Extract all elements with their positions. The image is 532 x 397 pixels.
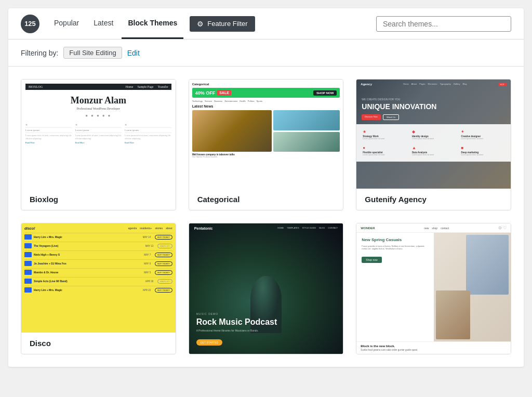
disco-date-0: MAY 14 (143, 236, 151, 239)
bioxlog-cols: ✕ Lorem ipsum Lorem ipsum dolor sit amet… (25, 123, 171, 144)
disco-artist-2: Niels High + Benny S (34, 253, 142, 256)
wonder-block-title: Block is the new block. (361, 345, 507, 348)
bioxlog-col-3: ✕ Lorem ipsum Lorem ipsum dolor sit amet… (125, 123, 171, 144)
wonder-logo: WONDER (361, 227, 375, 230)
disco-rows: Harry Lim + Mrs. Magic MAY 14 BUY TICKET… (24, 233, 172, 294)
cat-main-image (192, 110, 272, 152)
disco-artist-0: Harry Lim + Mrs. Magic (34, 235, 141, 239)
disco-icon-6 (24, 287, 32, 293)
disco-artist-5: Simple Acts (Live W/ Band) (34, 280, 143, 283)
search-input[interactable] (376, 16, 511, 32)
cat-image-top (273, 110, 340, 130)
cat-side-images (273, 110, 340, 152)
cat-banner: 40% OFF SALE SHOP NOW (192, 88, 340, 98)
disco-row-3: Jo Joachim + DJ Mina Fox MAY 6 BUY TICKE… (24, 259, 172, 267)
disco-date-5: APR 30 (145, 280, 154, 283)
agency-watch-btn: Watch Us (383, 114, 399, 120)
penta-logo: Pentatonic (194, 227, 213, 230)
bioxlog-subtitle: Professional WordPress Developer (25, 107, 171, 110)
cat-subcaption: Your favorite TV show returned (192, 156, 340, 158)
tab-latest[interactable]: Latest (87, 8, 119, 39)
gear-icon: ⚙ (197, 20, 204, 28)
bioxlog-col-2: ✕ Lorem ipsum Lorem ipsum dolor sit amet… (75, 123, 122, 144)
filter-edit-link[interactable]: Edit (127, 49, 140, 57)
agency-card-3: ✦ Creative designer Lorem ipsum dolor si… (459, 127, 507, 142)
feature-filter-label: Feature Filter (207, 20, 247, 28)
wonder-headline: New Spring Casuals (362, 238, 428, 243)
disco-icon-3 (24, 261, 32, 266)
theme-count-badge: 125 (21, 15, 39, 33)
disco-row-5: Simple Acts (Live W/ Band) APR 30 WAITLI… (24, 277, 172, 285)
penta-nav: Pentatonic HOMETEMPLATESSTYLE GUIDEBLOGC… (189, 223, 343, 233)
disco-date-6: APR 22 (143, 289, 151, 292)
disco-artist-6: Harry Lim + Mrs. Magic (34, 288, 141, 292)
disco-row-0: Harry Lim + Mrs. Magic MAY 14 BUY TICKET (24, 233, 172, 241)
theme-card-agency[interactable]: Agency HomeAboutPagesElementorTypography… (356, 79, 511, 210)
bioxlog-dots: ● ● ● ● ● (25, 113, 171, 118)
wonder-cta: Shop now (362, 257, 381, 263)
agency-card-4: ● Flexible specialist Lorem ipsum dolor … (361, 143, 408, 158)
theme-name-bioxlog: Bioxlog (21, 189, 176, 210)
wonder-desc: Fusce gravida ut risus ut luctus. Nullam… (362, 245, 428, 250)
wonder-nav: newshopcontact (424, 227, 449, 230)
disco-icon-5 (24, 279, 32, 284)
disco-btn-0: BUY TICKET (155, 235, 172, 240)
theme-card-categorical[interactable]: Categorical 40% OFF SALE SHOP NOW Techno… (189, 79, 344, 210)
filter-bar: Filtering by: Full Site Editing Edit (8, 39, 524, 67)
disco-date-1: MAY 13 (145, 245, 154, 247)
penta-genre: MUSIC DEMO (196, 312, 336, 315)
disco-date-4: MAY 5 (144, 271, 151, 274)
wonder-image-1 (466, 235, 509, 295)
theme-preview-bioxlog: BIOXLOG HomeSample PageTransfer Monzur A… (21, 80, 176, 189)
penta-cta: GET STARTED (196, 339, 222, 346)
theme-preview-disco: disco! agendaresidents+storiesabout Harr… (21, 223, 176, 333)
wonder-top-bar: WONDER newshopcontact ⊙ ♡ (356, 223, 511, 233)
theme-name-categorical: Categorical (189, 189, 343, 210)
agency-card-1: ★ Strategy Work Lorem ipsum dolor sit am… (361, 127, 408, 142)
disco-row-4: Mambo & Dr. House MAY 5 BUY TICKET (24, 268, 172, 276)
agency-discover-btn: Discover Now (362, 114, 381, 120)
theme-preview-agency: Agency HomeAboutPagesElementorTypography… (356, 80, 511, 189)
agency-buttons: Discover Now Watch Us (362, 114, 506, 120)
theme-name-disco: Disco (21, 333, 176, 354)
search-area (376, 16, 511, 32)
disco-row-2: Niels High + Benny S MAY 7 BUY TICKET (24, 250, 172, 258)
disco-btn-2: BUY TICKET (155, 253, 172, 257)
filter-label: Filtering by: (21, 49, 58, 57)
wonder-right (434, 233, 511, 341)
cat-logo: Categorical (192, 83, 209, 86)
disco-btn-1: WAITLIST (157, 244, 172, 248)
disco-btn-3: BUY TICKET (155, 261, 172, 266)
disco-date-3: MAY 6 (144, 262, 151, 265)
disco-icon-2 (24, 252, 32, 257)
disco-btn-4: BUY TICKET (155, 270, 172, 275)
feature-filter-button[interactable]: ⚙ Feature Filter (190, 16, 255, 32)
penta-title: Rock Music Podcast (196, 317, 336, 327)
theme-preview-categorical: Categorical 40% OFF SALE SHOP NOW Techno… (189, 80, 343, 189)
tab-block-themes[interactable]: Block Themes (122, 8, 183, 39)
agency-main: WE CREATE DESIGN FOR YOU UNIQUE INNOVATI… (356, 89, 511, 124)
wonder-left: New Spring Casuals Fusce gravida ut risu… (356, 233, 433, 341)
agency-nav: Agency HomeAboutPagesElementorTypography… (356, 80, 511, 89)
disco-btn-5: WAITLIST (157, 279, 172, 284)
theme-name-pentatonic: Pentatonic (189, 354, 343, 354)
disco-artist-3: Jo Joachim + DJ Mina Fox (34, 262, 142, 265)
bioxlog-title: Monzur Alam (25, 95, 171, 106)
theme-card-wonder[interactable]: WONDER newshopcontact ⊙ ♡ New Spring Cas… (356, 223, 511, 354)
disco-icon-4 (24, 270, 32, 275)
theme-card-bioxlog[interactable]: BIOXLOG HomeSample PageTransfer Monzur A… (21, 79, 176, 210)
main-container: 125 Popular Latest Block Themes ⚙ Featur… (8, 8, 524, 367)
theme-card-disco[interactable]: disco! agendaresidents+storiesabout Harr… (21, 223, 176, 354)
bioxlog-header: BIOXLOG HomeSample PageTransfer (25, 84, 171, 90)
tab-popular[interactable]: Popular (48, 8, 85, 39)
agency-title: UNIQUE INNOVATION (362, 102, 506, 111)
agency-card-5: ▲ Data Analysis Lorem ipsum dolor sit am… (410, 143, 458, 158)
theme-name-agency: Gutenify Agency (356, 189, 511, 210)
agency-cards: ★ Strategy Work Lorem ipsum dolor sit am… (356, 124, 511, 162)
disco-icon (24, 234, 32, 240)
nav-bar: 125 Popular Latest Block Themes ⚙ Featur… (8, 8, 524, 39)
theme-card-pentatonic[interactable]: Pentatonic HOMETEMPLATESSTYLE GUIDEBLOGC… (189, 223, 344, 354)
agency-card-2: ◆ Identity design Lorem ipsum dolor sit … (410, 127, 458, 142)
disco-brand: disco! (24, 227, 35, 230)
wonder-block-text: Sunke food greens cure cake order gunter… (361, 349, 507, 351)
